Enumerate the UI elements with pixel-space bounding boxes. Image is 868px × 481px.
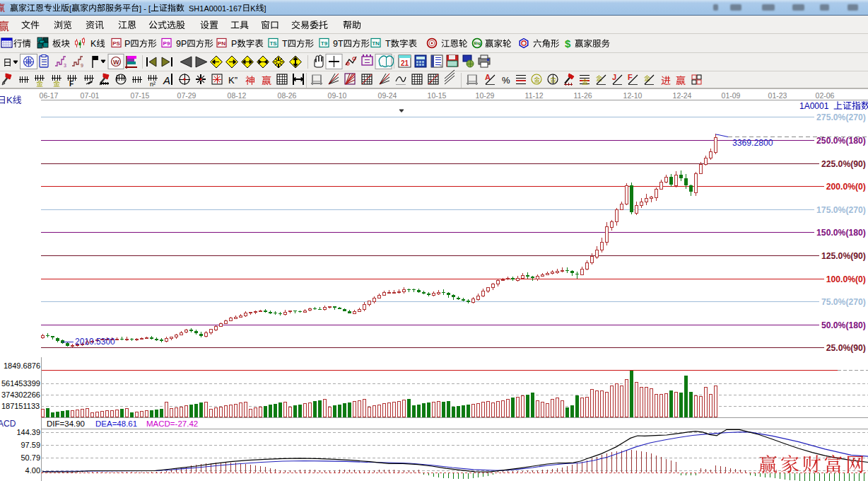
svg-text:561453399: 561453399 <box>1 379 40 388</box>
svg-text:MACD=-27.42: MACD=-27.42 <box>146 419 198 428</box>
svg-text:02-06: 02-06 <box>816 91 835 100</box>
svg-text:DEA=48.61: DEA=48.61 <box>95 419 137 428</box>
svg-text:T: T <box>385 39 391 49</box>
svg-text:SH1A0001-167: SH1A0001-167 <box>184 4 242 13</box>
svg-text:3: 3 <box>64 63 66 68</box>
svg-text:DIF=34.90: DIF=34.90 <box>47 419 85 428</box>
svg-text:09-10: 09-10 <box>328 91 347 100</box>
svg-text:100.0%(0): 100.0%(0) <box>826 274 866 284</box>
svg-text:T: T <box>282 39 288 49</box>
svg-text:01-09: 01-09 <box>722 91 741 100</box>
svg-text:50.0%(180): 50.0%(180) <box>821 320 866 330</box>
svg-text:225.0%(90): 225.0%(90) <box>821 159 866 169</box>
svg-text:11-26: 11-26 <box>574 91 592 100</box>
svg-text:12-10: 12-10 <box>623 91 643 100</box>
svg-text:08-12: 08-12 <box>228 91 247 100</box>
svg-text:187151133: 187151133 <box>1 402 40 410</box>
svg-text:A: A <box>163 74 170 86</box>
svg-text:J: J <box>612 73 616 81</box>
svg-text:W: W <box>113 59 119 66</box>
svg-text:08-26: 08-26 <box>278 91 297 100</box>
svg-text:09-24: 09-24 <box>378 91 397 100</box>
svg-text:K: K <box>6 95 13 105</box>
svg-text:250.0%(180): 250.0%(180) <box>816 136 866 146</box>
svg-text:50.79: 50.79 <box>21 453 41 462</box>
svg-text:[: [ <box>69 4 71 13</box>
svg-text:P: P <box>231 39 237 49</box>
svg-text:125.0%(90): 125.0%(90) <box>821 251 866 261</box>
svg-text:T9: T9 <box>321 40 328 47</box>
svg-text:K: K <box>90 39 97 49</box>
svg-text:150.0%(180): 150.0%(180) <box>816 228 866 238</box>
svg-text:9T: 9T <box>333 39 344 49</box>
svg-text:10-29: 10-29 <box>476 91 495 100</box>
svg-text:07-01: 07-01 <box>81 91 100 100</box>
svg-text:%: % <box>502 75 510 86</box>
svg-text:21: 21 <box>401 59 409 67</box>
svg-text:06-17: 06-17 <box>40 91 59 100</box>
svg-text:P: P <box>124 39 130 49</box>
svg-text:01-23: 01-23 <box>768 91 787 100</box>
svg-text:2010.5300: 2010.5300 <box>75 337 115 347</box>
svg-text:F: F <box>69 80 74 88</box>
svg-text:1849.6876: 1849.6876 <box>4 361 40 370</box>
svg-text:] - [: ] - [ <box>139 4 151 13</box>
svg-text:1A0001: 1A0001 <box>799 101 833 111</box>
svg-text:n²: n² <box>150 81 156 88</box>
svg-text:9P: 9P <box>176 39 187 49</box>
svg-text:PN: PN <box>218 40 225 47</box>
svg-text:]: ] <box>264 4 266 13</box>
svg-text:Big: Big <box>474 41 481 45</box>
svg-text:10-15: 10-15 <box>428 91 447 100</box>
svg-text:$: $ <box>565 37 571 50</box>
svg-text:374302266: 374302266 <box>1 390 40 399</box>
svg-text:F: F <box>628 73 633 81</box>
svg-text:11-12: 11-12 <box>525 91 544 100</box>
svg-text:PS: PS <box>112 40 120 47</box>
svg-text:MACD: MACD <box>0 419 16 429</box>
svg-text:175.0%(270): 175.0%(270) <box>816 205 866 215</box>
svg-text:25.0%(90): 25.0%(90) <box>826 343 866 353</box>
svg-text:P9: P9 <box>163 40 170 47</box>
svg-text:07-15: 07-15 <box>131 91 150 100</box>
svg-text:144.39: 144.39 <box>16 428 40 436</box>
svg-text:3369.2800: 3369.2800 <box>732 138 773 148</box>
svg-text:K”: K” <box>228 75 237 86</box>
svg-text:12-24: 12-24 <box>673 91 692 100</box>
svg-text:75.0%(270): 75.0%(270) <box>821 297 866 307</box>
svg-text:200.0%(0): 200.0%(0) <box>826 182 866 192</box>
svg-text:TS: TS <box>269 40 277 47</box>
svg-text:4.00: 4.00 <box>25 466 40 475</box>
svg-text:275.0%(270): 275.0%(270) <box>816 112 866 122</box>
svg-text:07-29: 07-29 <box>177 91 197 100</box>
svg-text:TN: TN <box>372 40 380 47</box>
svg-text:97.59: 97.59 <box>21 441 41 449</box>
svg-text:K: K <box>250 4 256 13</box>
svg-text:9: 9 <box>81 63 83 68</box>
